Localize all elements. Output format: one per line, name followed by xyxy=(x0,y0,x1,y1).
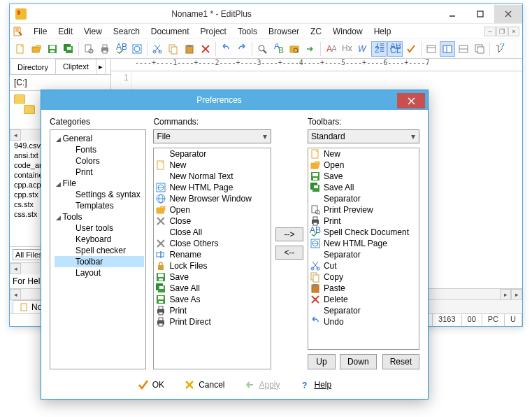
list-item[interactable]: Copy xyxy=(308,271,419,283)
menu-browser[interactable]: Browser xyxy=(263,25,305,38)
main-titlebar[interactable]: Noname1 * - EditPlus xyxy=(10,4,522,24)
tb-wordwrap-icon[interactable]: W xyxy=(355,41,371,57)
toolbars-dropdown[interactable]: Standard xyxy=(308,129,419,143)
tb-window1-icon[interactable] xyxy=(424,41,439,57)
menu-search[interactable]: Search xyxy=(108,25,145,38)
list-item[interactable]: New xyxy=(308,148,419,160)
tb-open-icon[interactable] xyxy=(29,41,44,57)
list-item[interactable]: Separator xyxy=(308,305,419,316)
sb-left[interactable]: ◂ xyxy=(10,129,21,141)
tb-hex-icon[interactable]: Hx xyxy=(339,41,354,57)
list-item[interactable]: Lock Files xyxy=(154,260,271,271)
tb-goto-icon[interactable] xyxy=(303,41,318,57)
sb-left2[interactable]: ◂ xyxy=(10,263,21,274)
tb-delete-icon[interactable] xyxy=(198,41,213,57)
tb-cut-icon[interactable] xyxy=(150,41,165,57)
tree-item-toolbar[interactable]: Toolbar xyxy=(55,256,144,267)
list-item[interactable]: Save All xyxy=(154,283,271,294)
list-item[interactable]: Open xyxy=(308,160,419,171)
tb-window2-icon[interactable] xyxy=(440,41,455,57)
menu-view[interactable]: View xyxy=(78,25,108,38)
list-item[interactable]: New HTML Page xyxy=(154,182,271,193)
list-item[interactable]: Cut xyxy=(308,260,419,271)
up-button[interactable]: Up xyxy=(308,354,336,369)
tb-html-icon[interactable] xyxy=(129,41,145,57)
list-item[interactable]: Delete xyxy=(308,294,419,305)
list-item[interactable]: Save xyxy=(308,171,419,182)
list-item[interactable]: New Browser Window xyxy=(154,193,271,204)
commands-listbox[interactable]: SeparatorNewNew Normal TextNew HTML Page… xyxy=(153,148,271,369)
list-item[interactable]: Separator xyxy=(308,249,419,260)
commands-dropdown[interactable]: File xyxy=(153,129,271,143)
apply-button[interactable]: Apply xyxy=(241,377,282,393)
move-right-button[interactable]: --> xyxy=(275,227,303,241)
tab-cliptext[interactable]: Cliptext xyxy=(55,59,96,74)
tree-group-general[interactable]: General xyxy=(55,133,144,144)
prefs-titlebar[interactable]: Preferences xyxy=(41,90,428,110)
tb-print-icon[interactable] xyxy=(97,41,113,57)
tree-group-tools[interactable]: Tools xyxy=(55,211,144,222)
minimize-button[interactable] xyxy=(438,5,466,23)
tb-findfiles-icon[interactable] xyxy=(287,41,302,57)
menu-file[interactable]: File xyxy=(28,25,52,38)
tb-print-preview-icon[interactable] xyxy=(81,41,96,57)
tree-item-settings-syntax[interactable]: Settings & syntax xyxy=(55,189,144,200)
tb-font-icon[interactable]: AA xyxy=(323,41,338,57)
tree-item-print[interactable]: Print xyxy=(55,167,144,178)
list-item[interactable]: Print Preview xyxy=(308,204,419,215)
doc-close-button[interactable]: × xyxy=(508,27,519,36)
tb-find-icon[interactable] xyxy=(254,41,270,57)
list-item[interactable]: Separator xyxy=(154,148,271,160)
tree-item-templates[interactable]: Templates xyxy=(55,200,144,211)
tb-window3-icon[interactable] xyxy=(456,41,471,57)
prefs-close-button[interactable] xyxy=(397,93,425,108)
list-item[interactable]: Paste xyxy=(308,283,419,294)
tab-directory[interactable]: Directory xyxy=(10,59,56,74)
list-item[interactable]: New HTML Page xyxy=(308,238,419,249)
list-item[interactable]: New xyxy=(154,160,271,171)
reset-button[interactable]: Reset xyxy=(382,354,419,369)
list-item[interactable]: Print xyxy=(308,215,419,227)
close-button[interactable] xyxy=(494,5,522,23)
list-item[interactable]: Save xyxy=(154,271,271,283)
tree-item-layout[interactable]: Layout xyxy=(55,267,144,278)
tb-columnmarker-icon[interactable]: ABCD xyxy=(387,41,403,57)
tree-item-colors[interactable]: Colors xyxy=(55,155,144,167)
menu-zc[interactable]: ZC xyxy=(305,25,327,38)
list-item[interactable]: New Normal Text xyxy=(154,171,271,182)
drive-selector[interactable]: [C:] xyxy=(10,75,110,91)
tb-redo-icon[interactable] xyxy=(234,41,250,57)
doc-restore-button[interactable]: ❐ xyxy=(496,27,508,36)
menu-edit[interactable]: Edit xyxy=(52,25,78,38)
help-button[interactable]: ? Help xyxy=(297,377,335,393)
tab-overflow-button[interactable]: ▸ xyxy=(96,59,106,74)
menu-window[interactable]: Window xyxy=(327,25,368,38)
list-item[interactable]: Print xyxy=(154,305,271,316)
list-item[interactable]: Save All xyxy=(308,182,419,193)
tb-undo-icon[interactable] xyxy=(218,41,233,57)
tb-linenumber-icon[interactable]: 1≡2≡ xyxy=(371,41,387,57)
list-item[interactable]: Separator xyxy=(308,193,419,204)
tb-window4-icon[interactable] xyxy=(472,41,487,57)
toolbars-listbox[interactable]: NewOpenSaveSave AllSeparatorPrint Previe… xyxy=(308,148,419,350)
tree-item-user-tools[interactable]: User tools xyxy=(55,222,144,234)
list-item[interactable]: Print Direct xyxy=(154,316,271,327)
tb-help-icon[interactable]: ? xyxy=(492,41,508,57)
list-item[interactable]: Undo xyxy=(308,316,419,327)
list-item[interactable]: Close All xyxy=(154,227,271,238)
list-item[interactable]: Close Others xyxy=(154,238,271,249)
menu-tools[interactable]: Tools xyxy=(232,25,263,38)
tb-new-icon[interactable] xyxy=(13,41,28,57)
cancel-button[interactable]: Cancel xyxy=(181,377,227,393)
list-item[interactable]: ABCSpell Check Document xyxy=(308,227,419,238)
tb-saveall-icon[interactable] xyxy=(61,41,76,57)
tb-paste-icon[interactable] xyxy=(182,41,197,57)
tree-group-file[interactable]: File xyxy=(55,178,144,189)
tb-replace-icon[interactable]: AB xyxy=(271,41,286,57)
move-left-button[interactable]: <-- xyxy=(275,246,303,260)
menu-help[interactable]: Help xyxy=(368,25,397,38)
menu-document[interactable]: Document xyxy=(145,25,195,38)
tree-item-fonts[interactable]: Fonts xyxy=(55,144,144,155)
tb-save-icon[interactable] xyxy=(45,41,60,57)
tb-spellcheck-icon[interactable]: ABC xyxy=(113,41,129,57)
